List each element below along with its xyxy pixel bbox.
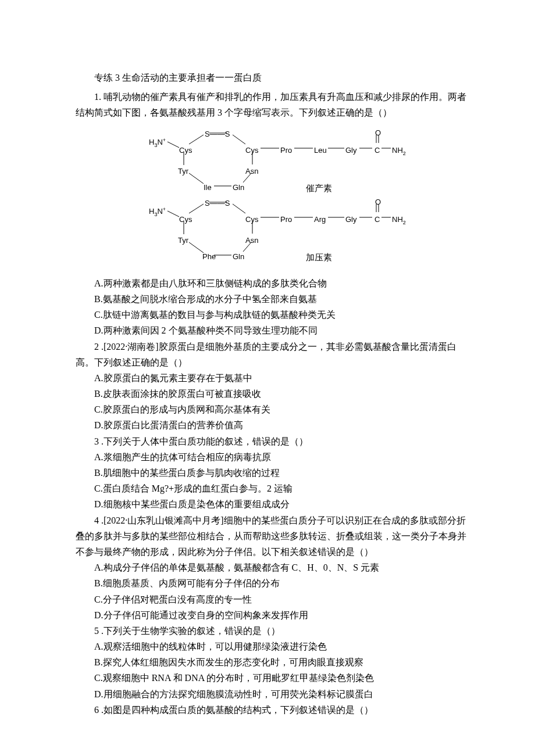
q1-option-c: C.肽链中游离氨基的数目与参与构成肽链的氨基酸种类无关 (76, 307, 471, 323)
q2-option-a: A.胶原蛋白的氮元素主要存在于氨基中 (76, 370, 471, 386)
q1-option-d: D.两种激素间因 2 个氨基酸种类不同导致生理功能不同 (76, 323, 471, 338)
q1-stem: 1. 哺乳动物的催产素具有催产和排乳的作用，加压素具有升高血压和减少排尿的作用。… (76, 89, 471, 120)
q2-stem: 2 .[2022·湖南卷]胶原蛋白是细胞外基质的主要成分之一，其非必需氨基酸含量… (76, 339, 471, 370)
q3-option-b: B.肌细胞中的某些蛋白质参与肌肉收缩的过程 (76, 465, 471, 481)
q4-option-b: B.细胞质基质、内质网可能有分子伴侣的分布 (76, 575, 471, 591)
q1-option-b: B.氨基酸之间脱水缩合形成的水分子中氢全部来自氨基 (76, 291, 471, 307)
q5-option-d: D.用细胞融合的方法探究细胞膜流动性时，可用荧光染料标记膜蛋白 (76, 686, 471, 702)
q4-option-d: D.分子伴侣可能通过改变自身的空间构象来发挥作用 (76, 607, 471, 623)
q5-stem: 5 .下列关于生物学实验的叙述，错误的是（） (76, 623, 471, 639)
q6-stem: 6 .如图是四种构成蛋白质的氨基酸的结构式，下列叙述错误的是（） (76, 702, 471, 718)
q3-option-c: C.蛋白质结合 Mg?+形成的血红蛋白参与。2 运输 (76, 481, 471, 496)
svg-line-3 (233, 135, 245, 144)
q5-option-b: B.探究人体红细胞因失水而发生的形态变化时，可用肉眼直接观察 (76, 654, 471, 670)
q2-option-b: B.皮肤表面涂抹的胶原蛋白可被直接吸收 (76, 386, 471, 402)
exercise-title: 专练 3 生命活动的主要承担者一一蛋白质 (76, 70, 471, 85)
q3-stem: 3 .下列关于人体中蛋白质功能的叙述，错误的是（） (76, 433, 471, 449)
svg-line-19 (233, 204, 245, 213)
q1-diagram: H3N+ Cys S——S Cys Tyr Ile Gln Asn Pro Le… (76, 127, 471, 270)
svg-line-21 (189, 242, 204, 253)
q4-option-c: C.分子伴侣对靶蛋白没有高度的专一性 (76, 592, 471, 607)
q3-option-a: A.浆细胞产生的抗体可结合相应的病毒抗原 (76, 449, 471, 465)
svg-line-0 (167, 142, 179, 148)
molecule-oxytocin: H3N+ Cys S——S Cys Tyr Ile Gln Asn Pro Le… (145, 127, 401, 194)
q2-option-c: C.胶原蛋白的形成与内质网和高尔基体有关 (76, 402, 471, 417)
q4-stem: 4 .[2022·山东乳山银滩高中月考]细胞中的某些蛋白质分子可以识别正在合成的… (76, 513, 471, 560)
svg-line-16 (167, 211, 179, 217)
q3-option-d: D.细胞核中某些蛋白质是染色体的重要组成成分 (76, 496, 471, 512)
svg-line-1 (189, 135, 204, 144)
q5-option-c: C.观察细胞中 RNA 和 DNA 的分布时，可用毗罗红甲基绿染色剂染色 (76, 670, 471, 686)
molecule-vasopressin: H3N+ Cys S——S Cys Tyr Phe Gln Asn Pro Ar… (145, 196, 401, 263)
q4-option-a: A.构成分子伴侣的单体是氨基酸，氨基酸都含有 C、H、0、N、S 元素 (76, 560, 471, 575)
svg-line-17 (189, 204, 204, 213)
svg-line-5 (189, 173, 204, 184)
q1-option-a: A.两种激素都是由八肽环和三肽侧链构成的多肽类化合物 (76, 275, 471, 291)
q2-option-d: D.胶原蛋白比蛋清蛋白的营养价值高 (76, 417, 471, 433)
q5-option-a: A.观察活细胞中的线粒体时，可以用健那绿染液进行染色 (76, 639, 471, 654)
